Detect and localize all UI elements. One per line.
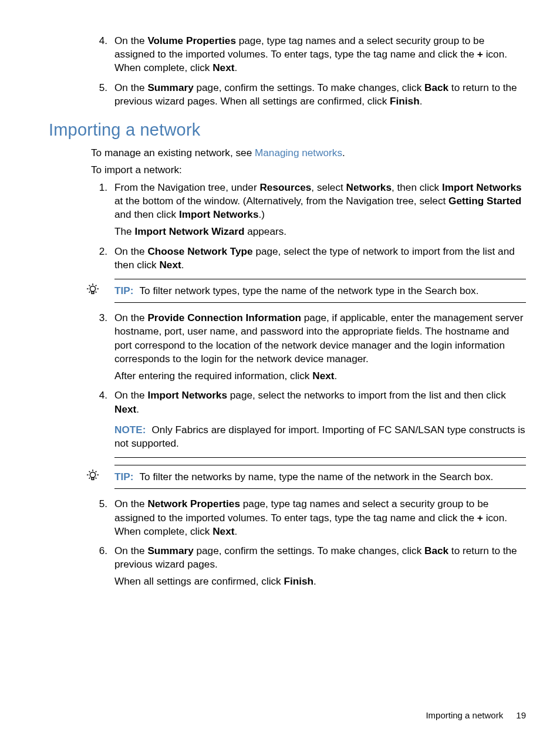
list-marker: 3. bbox=[91, 311, 107, 325]
intro-paragraph: To import a network: bbox=[91, 163, 526, 177]
note-label: NOTE: bbox=[114, 424, 146, 436]
list-item: 1. From the Navigation tree, under Resou… bbox=[91, 181, 526, 239]
list-marker: 2. bbox=[91, 245, 107, 258]
document-page: 4. On the Volume Properties page, type t… bbox=[0, 0, 560, 746]
footer-title: Importing a network bbox=[426, 710, 503, 720]
list-marker: 6. bbox=[91, 544, 107, 558]
list-marker: 4. bbox=[91, 389, 107, 402]
list-item-text: On the Choose Network Type page, select … bbox=[114, 245, 515, 271]
section-heading: Importing a network bbox=[49, 119, 526, 141]
list-item: 3. On the Provide Connection Information… bbox=[91, 311, 526, 383]
list-item-text: From the Navigation tree, under Resource… bbox=[114, 181, 522, 220]
list-item-text: On the Summary page, confirm the setting… bbox=[114, 82, 517, 107]
list-item: 2. On the Choose Network Type page, sele… bbox=[91, 245, 526, 272]
svg-line-7 bbox=[96, 292, 97, 293]
sub-paragraph: After entering the required information,… bbox=[114, 369, 526, 383]
ordered-list: 3. On the Provide Connection Information… bbox=[49, 311, 526, 458]
ordered-list: 1. From the Navigation tree, under Resou… bbox=[49, 181, 526, 272]
list-marker: 5. bbox=[91, 81, 107, 94]
tip-callout: TIP:To filter network types, type the na… bbox=[114, 279, 526, 303]
svg-point-9 bbox=[90, 472, 95, 478]
page-footer: Importing a network 19 bbox=[426, 710, 526, 721]
svg-rect-8 bbox=[92, 292, 94, 294]
list-item-text: On the Provide Connection Information pa… bbox=[114, 312, 523, 364]
tip-lightbulb-icon bbox=[86, 283, 99, 296]
ordered-list-continued: 4. On the Volume Properties page, type t… bbox=[49, 34, 526, 108]
svg-line-14 bbox=[96, 471, 97, 472]
svg-line-4 bbox=[89, 285, 90, 286]
svg-line-16 bbox=[96, 478, 97, 479]
svg-line-15 bbox=[89, 478, 90, 479]
intro-paragraph: To manage an existing network, see Manag… bbox=[91, 146, 526, 160]
list-item-text: On the Summary page, confirm the setting… bbox=[114, 545, 517, 570]
managing-networks-link[interactable]: Managing networks bbox=[255, 147, 342, 158]
list-marker: 5. bbox=[91, 497, 107, 511]
svg-line-13 bbox=[89, 471, 90, 472]
tip-callout: TIP:To filter the networks by name, type… bbox=[114, 465, 526, 489]
svg-point-0 bbox=[90, 286, 95, 291]
tip-label: TIP: bbox=[114, 285, 133, 296]
list-item-text: On the Import Networks page, select the … bbox=[114, 389, 506, 414]
tip-text: To filter network types, type the name o… bbox=[139, 285, 478, 296]
svg-rect-17 bbox=[92, 478, 94, 480]
sub-paragraph: The Import Network Wizard appears. bbox=[114, 225, 526, 238]
note-callout: NOTE:Only Fabrics are displayed for impo… bbox=[114, 420, 526, 458]
list-item: 5. On the Summary page, confirm the sett… bbox=[91, 81, 526, 108]
list-item: 6. On the Summary page, confirm the sett… bbox=[91, 544, 526, 589]
svg-line-5 bbox=[96, 285, 97, 286]
list-item: 4. On the Volume Properties page, type t… bbox=[91, 34, 526, 75]
list-item-text: On the Network Properties page, type tag… bbox=[114, 498, 507, 536]
ordered-list: 5. On the Network Properties page, type … bbox=[49, 497, 526, 588]
list-item: 4. On the Import Networks page, select t… bbox=[91, 389, 526, 458]
tip-lightbulb-icon bbox=[86, 469, 99, 482]
list-marker: 4. bbox=[91, 34, 107, 48]
svg-line-6 bbox=[89, 292, 90, 293]
note-text: Only Fabrics are displayed for import. I… bbox=[114, 424, 525, 449]
list-marker: 1. bbox=[91, 181, 107, 194]
sub-paragraph: When all settings are confirmed, click F… bbox=[114, 575, 526, 588]
list-item: 5. On the Network Properties page, type … bbox=[91, 497, 526, 538]
list-item-text: On the Volume Properties page, type tag … bbox=[114, 35, 507, 73]
page-number: 19 bbox=[516, 710, 526, 720]
tip-label: TIP: bbox=[114, 471, 133, 482]
tip-text: To filter the networks by name, type the… bbox=[139, 471, 493, 482]
